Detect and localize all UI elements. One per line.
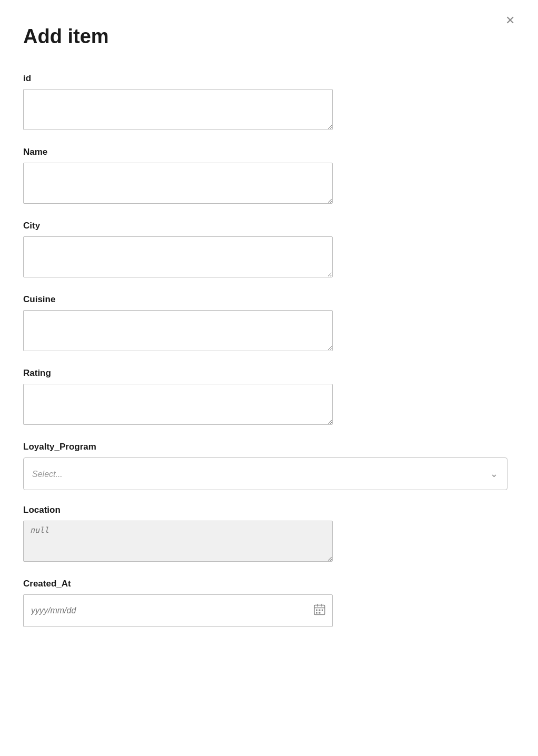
page-title: Add item [23,25,515,48]
created-at-input-wrapper [23,594,333,627]
cuisine-input[interactable] [23,310,333,351]
loyalty-program-field-label: Loyalty_Program [23,442,515,452]
cuisine-field-section: Cuisine [23,294,515,353]
loyalty-program-select[interactable]: Select... [23,457,507,490]
name-input[interactable] [23,163,333,204]
name-field-section: Name [23,147,515,206]
city-field-section: City [23,221,515,280]
loyalty-program-select-wrapper: Select... ⌄ [23,457,507,490]
location-field-label: Location [23,505,515,515]
close-icon: ✕ [505,14,515,27]
modal-container: ✕ Add item id Name City Cuisine Rating L… [0,0,538,756]
city-field-label: City [23,221,515,231]
rating-field-section: Rating [23,368,515,427]
close-button[interactable]: ✕ [501,13,519,28]
id-input[interactable] [23,89,333,130]
city-input[interactable] [23,236,333,277]
id-field-label: id [23,73,515,84]
rating-field-label: Rating [23,368,515,379]
id-field-section: id [23,73,515,132]
created-at-field-section: Created_At [23,579,515,627]
rating-input[interactable] [23,384,333,425]
cuisine-field-label: Cuisine [23,294,515,305]
name-field-label: Name [23,147,515,157]
location-field-section: Location [23,505,515,564]
created-at-input[interactable] [23,594,333,627]
loyalty-program-field-section: Loyalty_Program Select... ⌄ [23,442,515,490]
location-input[interactable] [23,521,333,562]
created-at-field-label: Created_At [23,579,515,589]
